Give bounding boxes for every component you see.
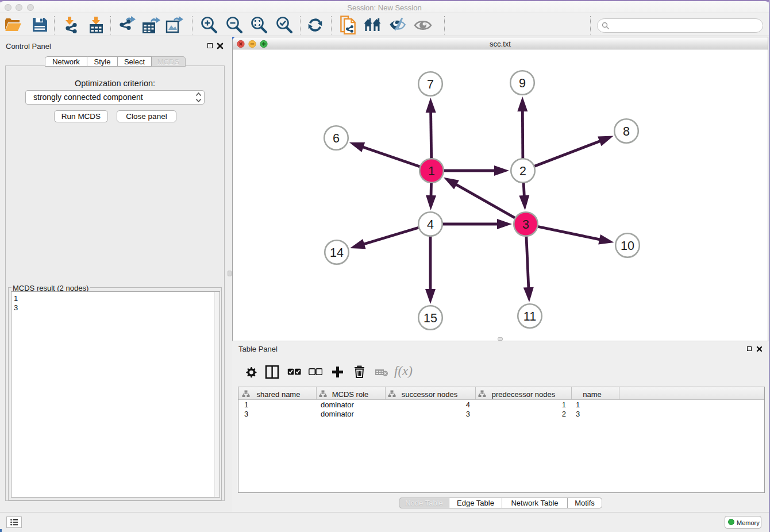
- svg-text:8: 8: [623, 125, 630, 138]
- svg-text:6: 6: [333, 132, 340, 145]
- svg-text:14: 14: [330, 246, 344, 260]
- svg-text:15: 15: [424, 311, 437, 325]
- svg-text:3: 3: [522, 218, 529, 232]
- svg-text:11: 11: [523, 310, 536, 323]
- svg-text:7: 7: [427, 78, 434, 91]
- svg-text:2: 2: [519, 164, 526, 178]
- svg-text:1: 1: [428, 164, 435, 178]
- svg-text:9: 9: [519, 76, 526, 90]
- svg-text:4: 4: [427, 218, 434, 232]
- svg-text:10: 10: [621, 239, 634, 253]
